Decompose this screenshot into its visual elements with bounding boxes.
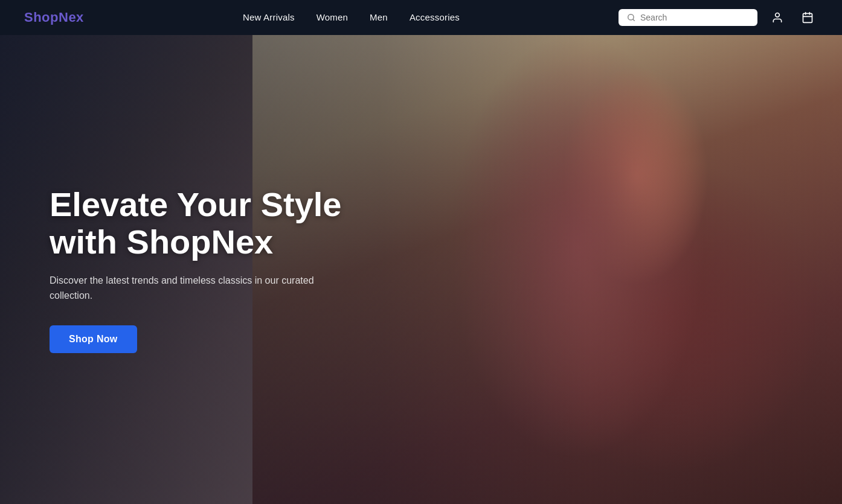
search-icon: [627, 13, 635, 22]
brand-logo[interactable]: ShopNex: [24, 10, 84, 25]
nav-item-men[interactable]: Men: [370, 12, 388, 23]
user-icon: [771, 11, 783, 24]
search-input[interactable]: [640, 13, 749, 22]
nav-item-accessories[interactable]: Accessories: [410, 12, 460, 23]
search-bar[interactable]: [619, 9, 757, 26]
calendar-button[interactable]: [797, 7, 818, 28]
user-account-button[interactable]: [767, 7, 788, 28]
navbar: ShopNex New Arrivals Women Men Accessori…: [0, 0, 842, 35]
nav-links: New Arrivals Women Men Accessories: [243, 12, 460, 23]
nav-item-women[interactable]: Women: [317, 12, 348, 23]
nav-link-men[interactable]: Men: [370, 12, 388, 22]
hero-section: Elevate Your Style with ShopNex Discover…: [0, 35, 842, 504]
navbar-right: [619, 7, 818, 28]
hero-content: Elevate Your Style with ShopNex Discover…: [0, 186, 374, 352]
nav-item-new-arrivals[interactable]: New Arrivals: [243, 12, 295, 23]
nav-link-accessories[interactable]: Accessories: [410, 12, 460, 22]
nav-link-new-arrivals[interactable]: New Arrivals: [243, 12, 295, 22]
nav-link-women[interactable]: Women: [317, 12, 348, 22]
hero-subtitle: Discover the latest trends and timeless …: [50, 273, 352, 304]
hero-title: Elevate Your Style with ShopNex: [50, 186, 374, 260]
svg-line-1: [633, 19, 635, 21]
shop-now-button[interactable]: Shop Now: [50, 325, 137, 353]
svg-point-2: [776, 13, 780, 18]
calendar-icon: [802, 11, 814, 24]
svg-rect-3: [803, 13, 812, 22]
